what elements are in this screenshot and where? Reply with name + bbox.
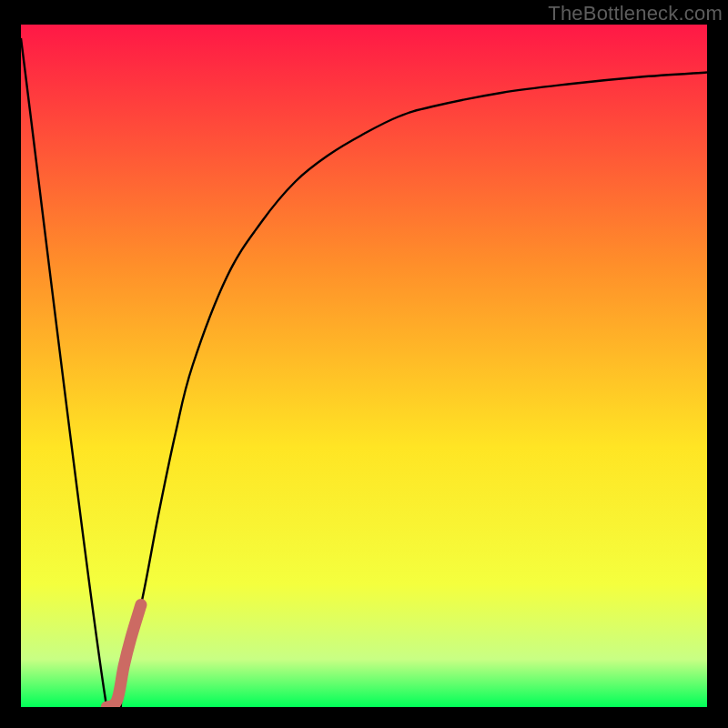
chart-container: TheBottleneck.com	[0, 0, 728, 728]
plot-area	[21, 25, 707, 707]
chart-svg	[21, 25, 707, 707]
attribution-label: TheBottleneck.com	[548, 2, 723, 25]
gradient-background	[21, 25, 707, 707]
